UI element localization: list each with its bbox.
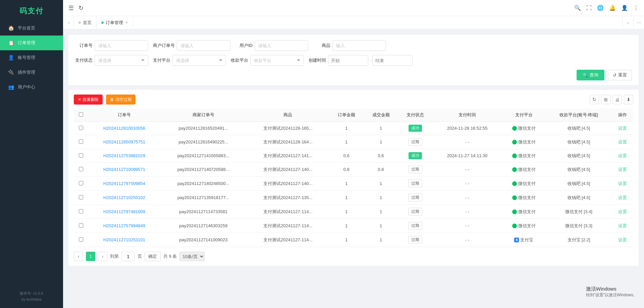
order-no-link-8[interactable]: H2024112710253101 [103,237,145,242]
order-no-link-2[interactable]: H2024112753981029 [103,153,145,158]
page-next-btn[interactable]: › [98,252,107,261]
table-row: H2024112797481009pay20241127114733581支付测… [74,205,633,219]
order-no-link-7[interactable]: H2024112757994849 [103,223,145,228]
pay-status-badge-4: 过期 [408,180,422,187]
wechat-icon [512,153,517,158]
tab-home[interactable]: 首页 [74,16,97,29]
order-no-link-6[interactable]: H2024112797481009 [103,209,145,214]
table-print-btn[interactable]: 🖨 [612,95,622,104]
order-amount-2: 0.6 [329,149,364,163]
pay-platform-select[interactable]: 请选择 微信支付 支付宝 [172,55,226,66]
row-checkbox-6[interactable] [79,209,83,213]
table-toolbar-right: ↻ ⊞ 🖨 ⬇ [590,95,633,104]
collect-platform-8: 支付宝 [2.2] [546,233,612,247]
settings-button-5[interactable]: 设置 [618,195,627,201]
tab-expand-btn[interactable]: › [623,16,633,29]
tab-more-btn[interactable]: ⋯ [633,16,644,29]
reset-button[interactable]: ↺ 重置 [608,70,632,80]
select-all-checkbox[interactable] [79,112,83,117]
fullscreen-icon[interactable]: ⛶ [586,5,592,11]
user-avatar-icon[interactable]: 👤 [621,5,628,11]
row-checkbox-5[interactable] [79,195,83,199]
collect-platform-6: 微信支付 [3.4] [546,205,612,219]
pay-status-select[interactable]: 请选择 成功 过期 [95,55,148,66]
order-amount-6: 1 [329,205,364,219]
page-1-btn[interactable]: 1 [86,252,95,261]
sidebar-item-plugins[interactable]: 🔌 插件管理 [0,65,63,80]
product-4: 支付测试20241127-140... [247,177,329,191]
settings-button-2[interactable]: 设置 [618,153,627,159]
page-size-select[interactable]: 10条/页 20条/页 50条/页 [179,252,205,261]
order-no-link-0[interactable]: H2024112810010056 [103,126,145,131]
deal-amount-4: 1 [364,177,398,191]
more-options-icon[interactable]: ⋮ [633,5,639,11]
merchant-order-no-input[interactable] [177,40,230,51]
tab-orders-close[interactable]: ✕ [125,20,128,25]
tab-prev-btn[interactable]: ‹ [64,16,74,29]
row-checkbox-4[interactable] [79,181,83,185]
settings-button-3[interactable]: 设置 [618,167,627,173]
page-prev-btn[interactable]: ‹ [74,252,83,261]
wechat-icon [512,181,517,186]
table-columns-btn[interactable]: ⊞ [601,95,610,104]
query-button[interactable]: 🔍 查询 [577,70,604,80]
order-no-link-4[interactable]: H2024112797509854 [103,181,145,186]
collect-platform-select[interactable]: 收款平台 [250,55,304,66]
wechat-icon [512,167,517,172]
order-no-link-1[interactable]: H2024112850975751 [103,139,145,144]
menu-toggle-icon[interactable]: ☰ [68,4,74,12]
sidebar-footer: 版本号: v1.0.0 by techhaha [0,286,63,308]
settings-button-4[interactable]: 设置 [618,181,627,187]
query-label: 查询 [590,72,598,78]
batch-delete-button[interactable]: ✕ 批量删除 [74,95,103,105]
settings-button-7[interactable]: 设置 [618,223,627,229]
filter-pay-platform: 支付平台 请选择 微信支付 支付宝 [153,55,226,66]
tab-orders-label: 订单管理 [106,20,123,26]
settings-button-0[interactable]: 设置 [618,125,627,131]
row-checkbox-2[interactable] [79,153,83,158]
row-checkbox-0[interactable] [79,126,83,130]
page-goto-input[interactable] [121,252,135,261]
pay-status-badge-0: 成功 [409,125,422,132]
user-id-input[interactable] [255,40,308,51]
row-checkbox-1[interactable] [79,139,83,144]
filter-product-label: 商品 [313,43,330,49]
sidebar-item-users[interactable]: 👥 用户中心 [0,80,63,95]
date-end-input[interactable] [372,55,413,66]
settings-button-1[interactable]: 设置 [618,139,627,145]
alipay-icon: 支 [514,238,519,242]
sidebar-item-home[interactable]: 🏠 平台首页 [0,21,63,36]
wechat-icon [512,140,517,144]
row-checkbox-7[interactable] [79,223,83,228]
deal-amount-5: 1 [364,191,398,205]
filter-paystatus-label: 支付状态 [75,57,93,63]
globe-icon[interactable]: 🌐 [597,5,604,11]
order-no-input[interactable] [95,40,148,51]
merchant-order-no-7: pay20241127146303259 [160,219,247,233]
sidebar-item-accounts-label: 账号管理 [18,55,35,61]
table-row: H2024112710099571pay20241127140720588...… [74,163,633,177]
settings-button-6[interactable]: 设置 [618,209,627,215]
sidebar-item-plugins-label: 插件管理 [18,69,35,75]
table-refresh-btn[interactable]: ↻ [590,95,599,104]
merchant-order-no-6: pay20241127114733581 [160,205,247,219]
page-unit-label: 页 [138,253,142,259]
tab-orders[interactable]: 订单管理 ✕ [97,16,133,29]
date-start-input[interactable] [328,55,368,66]
deal-amount-7: 1 [364,219,398,233]
order-no-link-3[interactable]: H2024112710099571 [103,167,145,172]
settings-button-8[interactable]: 设置 [618,237,627,243]
sidebar-item-orders[interactable]: 📋 订单管理 [0,36,63,50]
page-confirm-btn[interactable]: 确定 [145,252,161,261]
search-icon[interactable]: 🔍 [574,5,581,11]
sidebar-item-accounts[interactable]: 👤 账号管理 [0,50,63,65]
row-checkbox-8[interactable] [79,237,83,242]
order-no-link-5[interactable]: H2024112710255102 [103,195,145,200]
refresh-icon[interactable]: ↻ [78,4,84,12]
table-export-btn[interactable]: ⬇ [624,95,633,104]
notification-icon-wrapper[interactable]: 🔔 [609,5,616,11]
clear-expired-button[interactable]: 🗑 清空过期 [106,95,136,105]
content-area: 订单号 商户订单号 用户ID 商品 支付状态 [63,29,644,308]
row-checkbox-3[interactable] [79,167,83,171]
product-input[interactable] [332,40,386,51]
